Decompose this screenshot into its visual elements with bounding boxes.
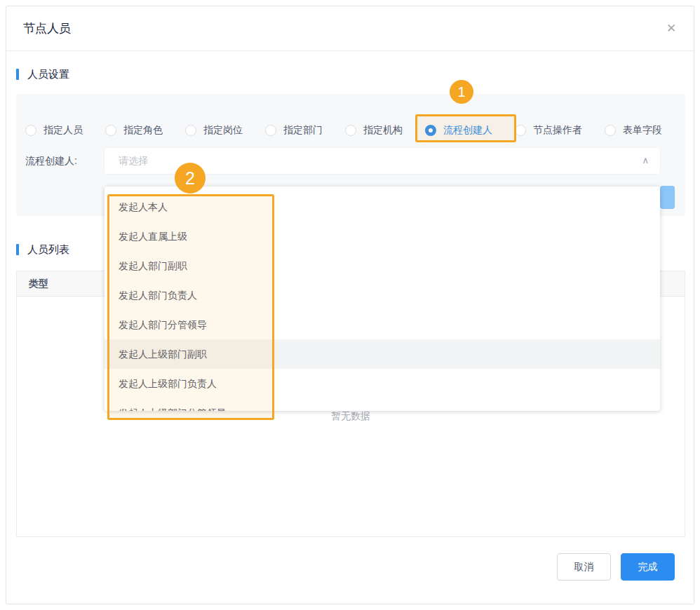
confirm-button[interactable]: 完成 xyxy=(621,553,675,581)
dialog-header: 节点人员 ✕ xyxy=(6,6,694,51)
radio-option-label: 指定部门 xyxy=(283,124,323,137)
section-title-text: 人员列表 xyxy=(27,243,69,257)
creator-select-label: 流程创建人: xyxy=(25,155,77,168)
radio-icon xyxy=(515,125,526,136)
radio-option[interactable]: 指定岗位 xyxy=(185,124,243,137)
close-icon[interactable]: ✕ xyxy=(663,20,680,37)
radio-option-label: 表单字段 xyxy=(623,124,662,137)
creator-dropdown-menu: 发起人本人发起人直属上级发起人部门副职发起人部门负责人发起人部门分管领导发起人上… xyxy=(105,187,660,411)
empty-state-text: 暂无数据 xyxy=(331,410,370,423)
radio-option[interactable]: 指定机构 xyxy=(345,124,403,137)
radio-icon xyxy=(185,125,196,136)
cancel-button[interactable]: 取消 xyxy=(557,553,611,581)
section-bar-icon xyxy=(16,69,19,80)
radio-option[interactable]: 指定角色 xyxy=(105,124,163,137)
radio-icon xyxy=(605,125,616,136)
radio-icon xyxy=(25,125,36,136)
dropdown-item[interactable]: 发起人上级部门副职 xyxy=(105,339,660,369)
section-person-setting: 人员设置 xyxy=(16,67,69,81)
dropdown-item[interactable]: 发起人上级部门负责人 xyxy=(105,369,660,398)
section-title-text: 人员设置 xyxy=(27,68,69,81)
dropdown-item[interactable]: 发起人部门分管领导 xyxy=(105,310,660,339)
creator-select-row: 流程创建人: 请选择 ∧ xyxy=(25,148,77,174)
radio-option[interactable]: 表单字段 xyxy=(605,124,662,137)
confirm-add-button-sliver[interactable] xyxy=(660,186,675,209)
radio-option[interactable]: 指定人员 xyxy=(25,124,83,137)
radio-option[interactable]: 节点操作者 xyxy=(515,124,582,137)
dropdown-item[interactable]: 发起人直属上级 xyxy=(105,222,660,251)
chevron-up-icon: ∧ xyxy=(642,148,649,172)
radio-icon xyxy=(425,125,436,136)
table-header-type: 类型 xyxy=(29,278,48,290)
section-person-list: 人员列表 xyxy=(16,243,69,257)
modal-overlay: 节点人员 ✕ 人员设置 指定人员 指定角色 指定岗位 指定部门 xyxy=(0,0,700,610)
radio-option[interactable]: 指定部门 xyxy=(265,124,323,137)
radio-option-label: 指定机构 xyxy=(363,124,403,137)
radio-option-label: 节点操作者 xyxy=(533,124,582,137)
radio-option-label: 流程创建人 xyxy=(443,124,492,137)
radio-group: 指定人员 指定角色 指定岗位 指定部门 指定机构 流程创建人 xyxy=(25,123,662,137)
dropdown-item[interactable]: 发起人部门副职 xyxy=(105,251,660,280)
radio-option[interactable]: 流程创建人 xyxy=(425,124,492,137)
dropdown-item[interactable]: 发起人部门负责人 xyxy=(105,280,660,310)
radio-option-label: 指定岗位 xyxy=(203,124,243,137)
section-bar-icon xyxy=(16,244,19,255)
radio-option-label: 指定人员 xyxy=(43,124,83,137)
radio-icon xyxy=(105,125,116,136)
select-placeholder: 请选择 xyxy=(119,148,148,174)
radio-icon xyxy=(265,125,276,136)
dropdown-item[interactable]: 发起人上级部门分管领导 xyxy=(105,398,660,411)
node-personnel-dialog: 节点人员 ✕ 人员设置 指定人员 指定角色 指定岗位 指定部门 xyxy=(6,6,694,604)
dropdown-item[interactable]: 发起人本人 xyxy=(105,192,660,222)
creator-select[interactable]: 请选择 ∧ xyxy=(105,148,660,174)
radio-option-label: 指定角色 xyxy=(123,124,163,137)
dialog-title: 节点人员 xyxy=(23,6,71,50)
radio-icon xyxy=(345,125,356,136)
